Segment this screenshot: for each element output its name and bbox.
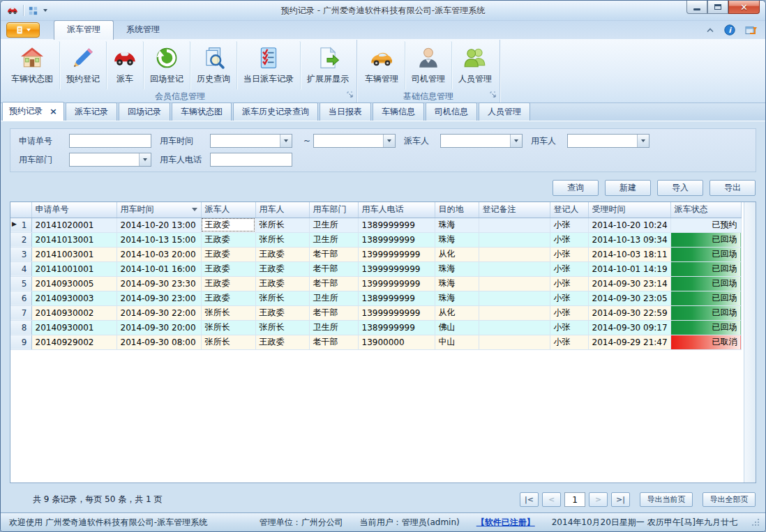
cell-department[interactable]: 卫生所: [309, 291, 358, 305]
resize-grip[interactable]: [751, 518, 760, 526]
cell-user[interactable]: 王政委: [255, 276, 309, 291]
cell-dispatcher[interactable]: 王政委: [201, 247, 255, 261]
cell-request-no[interactable]: 20140930001: [31, 320, 117, 335]
application-menu-button[interactable]: [6, 22, 40, 38]
cell-status[interactable]: 已回场: [670, 305, 741, 320]
action-button-export[interactable]: 导出: [709, 180, 756, 196]
first-page-button[interactable]: |<: [520, 492, 539, 507]
ribbon-button-history-query[interactable]: 历史查询: [190, 41, 237, 90]
doc-tab-daily-report[interactable]: 当日报表: [320, 102, 371, 121]
cell-accept-time[interactable]: 2014-09-29 21:47: [588, 335, 670, 349]
dialog-launcher-icon[interactable]: [347, 91, 354, 100]
ribbon-button-reservation-register[interactable]: 预约登记: [60, 41, 107, 90]
cell-registrar[interactable]: 小张: [550, 247, 588, 261]
ribbon-button-vehicle-status-map[interactable]: 车辆状态图: [5, 41, 60, 90]
filter-combo-use-time-to[interactable]: [313, 134, 396, 148]
quick-access-toolbar-icon[interactable]: [28, 6, 38, 16]
cell-department[interactable]: 老干部: [309, 335, 358, 349]
table-row[interactable]: ▶1201410200012014-10-20 13:00王政委张所长卫生所13…: [10, 218, 741, 232]
cell-destination[interactable]: 佛山: [435, 320, 479, 335]
row-indicator[interactable]: 5: [10, 276, 31, 291]
cell-department[interactable]: 老干部: [309, 276, 358, 291]
doc-tab-personnel-manage[interactable]: 人员管理: [479, 102, 530, 121]
chevron-down-icon[interactable]: [383, 135, 395, 147]
chevron-down-icon[interactable]: [637, 135, 649, 147]
about-icon[interactable]: [745, 24, 757, 36]
cell-request-no[interactable]: 20140929002: [31, 335, 117, 349]
cell-department[interactable]: 卫生所: [309, 218, 358, 232]
export-current-page-button[interactable]: 导出当前页: [640, 492, 693, 507]
cell-user[interactable]: 张所长: [255, 320, 309, 335]
cell-registrar[interactable]: 小张: [550, 218, 588, 232]
minimize-button[interactable]: [686, 1, 707, 14]
cell-accept-time[interactable]: 2014-10-13 09:34: [588, 232, 670, 247]
cell-user-phone[interactable]: 13900000: [358, 335, 435, 349]
doc-tab-reservation-records[interactable]: 预约记录×: [2, 102, 64, 121]
cell-accept-time[interactable]: 2014-09-30 09:17: [588, 320, 670, 335]
cell-use-time[interactable]: 2014-09-30 23:00: [117, 291, 201, 305]
cell-remark[interactable]: [479, 247, 550, 261]
row-indicator[interactable]: 9: [10, 335, 31, 349]
table-row[interactable]: 2201410130012014-10-13 15:00王政委张所长卫生所138…: [10, 232, 741, 247]
cell-status[interactable]: 已预约: [670, 218, 741, 232]
cell-department[interactable]: 卫生所: [309, 320, 358, 335]
cell-use-time[interactable]: 2014-09-30 08:00: [117, 335, 201, 349]
cell-user-phone[interactable]: 1389999999: [358, 232, 435, 247]
doc-tab-return-records[interactable]: 回场记录: [119, 102, 170, 121]
vertical-scrollbar[interactable]: [744, 202, 756, 482]
cell-user[interactable]: 张所长: [255, 218, 309, 232]
cell-user-phone[interactable]: 1389999999: [358, 291, 435, 305]
table-row[interactable]: 3201410030012014-10-03 20:00王政委王政委老干部139…: [10, 247, 741, 261]
cell-destination[interactable]: 珠海: [435, 261, 479, 276]
cell-user[interactable]: 王政委: [255, 261, 309, 276]
cell-accept-time[interactable]: 2014-10-03 18:11: [588, 247, 670, 261]
cell-destination[interactable]: 珠海: [435, 276, 479, 291]
column-header-dispatcher[interactable]: 派车人: [201, 202, 255, 218]
cell-registrar[interactable]: 小张: [550, 232, 588, 247]
cell-user[interactable]: 张所长: [255, 291, 309, 305]
cell-status[interactable]: 已回场: [670, 232, 741, 247]
cell-remark[interactable]: [479, 261, 550, 276]
filter-input-request-no[interactable]: [69, 134, 151, 148]
table-row[interactable]: 4201410010012014-10-01 16:00王政委王政委老干部139…: [10, 261, 741, 276]
column-header-status[interactable]: 派车状态: [670, 202, 741, 218]
cell-dispatcher[interactable]: 王政委: [201, 276, 255, 291]
title-bar[interactable]: 预约记录 - 广州爱奇迪软件科技有限公司-派车管理系统 ✕: [1, 1, 765, 21]
info-icon[interactable]: i: [724, 24, 735, 36]
ribbon-button-driver-manage[interactable]: 司机管理: [405, 41, 452, 90]
cell-remark[interactable]: [479, 335, 550, 349]
doc-tab-vehicle-status-map[interactable]: 车辆状态图: [172, 102, 232, 121]
cell-user-phone[interactable]: 13999999999: [358, 261, 435, 276]
cell-user[interactable]: 王政委: [255, 335, 309, 349]
last-page-button[interactable]: >|: [611, 492, 630, 507]
cell-use-time[interactable]: 2014-09-30 23:30: [117, 276, 201, 291]
cell-destination[interactable]: 从化: [435, 305, 479, 320]
cell-dispatcher[interactable]: 王政委: [201, 291, 255, 305]
cell-request-no[interactable]: 20141003001: [31, 247, 117, 261]
row-indicator[interactable]: 3: [10, 247, 31, 261]
cell-department[interactable]: 老干部: [309, 261, 358, 276]
cell-destination[interactable]: 珠海: [435, 291, 479, 305]
chevron-down-icon[interactable]: [139, 153, 151, 166]
export-all-pages-button[interactable]: 导出全部页: [703, 492, 756, 507]
cell-dispatcher[interactable]: 王政委: [201, 232, 255, 247]
cell-dispatcher[interactable]: 张所长: [201, 335, 255, 349]
doc-tab-dispatch-records[interactable]: 派车记录: [66, 102, 117, 121]
column-header-user-phone[interactable]: 用车人电话: [358, 202, 435, 218]
ribbon-button-today-dispatch-records[interactable]: 当日派车记录: [237, 41, 301, 90]
cell-use-time[interactable]: 2014-10-13 15:00: [117, 232, 201, 247]
column-header-request-no[interactable]: 申请单号: [31, 202, 117, 218]
filter-combo-use-time-from[interactable]: [210, 134, 292, 148]
maximize-button[interactable]: [707, 1, 728, 14]
cell-use-time[interactable]: 2014-10-20 13:00: [117, 218, 201, 232]
cell-status[interactable]: 已回场: [670, 247, 741, 261]
cell-dispatcher[interactable]: 王政委: [201, 218, 255, 232]
cell-user[interactable]: 王政委: [255, 305, 309, 320]
cell-status[interactable]: 已回场: [670, 291, 741, 305]
row-indicator[interactable]: 8: [10, 320, 31, 335]
ribbon-button-vehicle-manage[interactable]: 车辆管理: [359, 41, 405, 90]
table-row[interactable]: 6201409300032014-09-30 23:00王政委张所长卫生所138…: [10, 291, 741, 305]
cell-status[interactable]: 已回场: [670, 261, 741, 276]
action-button-new[interactable]: 新建: [605, 180, 651, 196]
filter-combo-user[interactable]: [567, 134, 649, 148]
